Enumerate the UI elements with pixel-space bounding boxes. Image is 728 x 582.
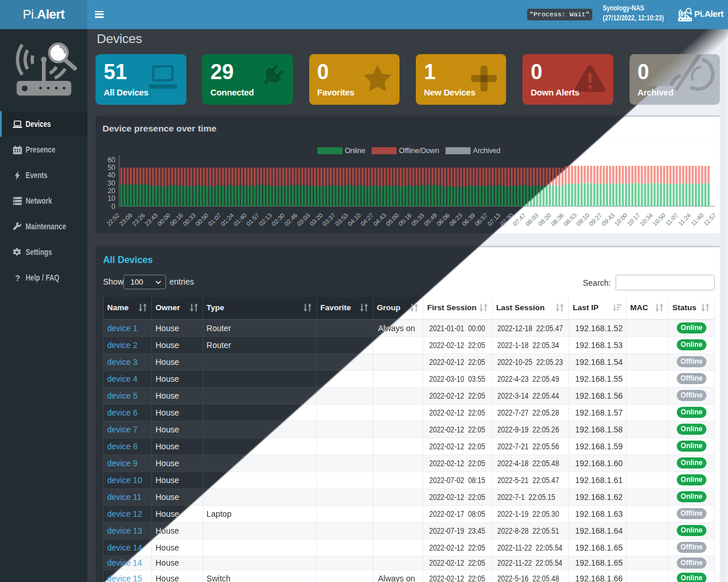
svg-text:?: ? xyxy=(15,274,20,282)
